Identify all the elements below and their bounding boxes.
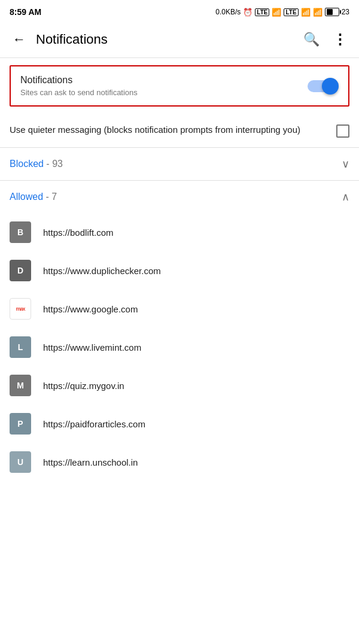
toggle-thumb: [322, 78, 339, 95]
battery-level: 23: [342, 8, 349, 16]
site-favicon: B: [10, 221, 31, 243]
blocked-chevron-icon: ∨: [342, 157, 349, 171]
allowed-sites-list: Bhttps://bodlift.comDhttps://www.duplich…: [0, 213, 359, 481]
app-bar: ← Notifications 🔍 ⋮: [0, 22, 359, 57]
blocked-section-label: Blocked - 93: [10, 159, 63, 169]
notifications-toggle-title: Notifications: [20, 75, 138, 86]
site-url: https://www.duplichecker.com: [43, 266, 161, 276]
site-list-item[interactable]: maxhttps://www.google.com: [0, 290, 359, 328]
notifications-toggle[interactable]: [308, 77, 339, 95]
site-url: https://quiz.mygov.in: [43, 381, 124, 391]
signal2-icon: 📶: [301, 8, 311, 17]
allowed-section-label: Allowed - 7: [10, 192, 57, 202]
site-list-item[interactable]: Bhttps://bodlift.com: [0, 213, 359, 251]
search-icon: 🔍: [303, 32, 320, 47]
battery-icon: [325, 8, 339, 16]
search-button[interactable]: 🔍: [299, 28, 323, 51]
more-icon: ⋮: [333, 31, 347, 48]
site-favicon: L: [10, 336, 31, 358]
site-favicon: max: [10, 298, 31, 320]
speed-indicator: 0.0KB/s: [215, 8, 241, 16]
allowed-chevron-icon: ∧: [342, 190, 349, 203]
status-time: 8:59 AM: [10, 7, 41, 17]
site-url: https://www.google.com: [43, 304, 138, 314]
quieter-messaging-row[interactable]: Use quieter messaging (blocks notificati…: [0, 114, 359, 147]
lte1-icon: LTE: [255, 8, 269, 16]
status-icons: 0.0KB/s ⏰ LTE 📶 LTE 📶 📶 23: [215, 8, 349, 17]
quieter-messaging-label: Use quieter messaging (blocks notificati…: [10, 123, 327, 136]
notifications-toggle-text: Notifications Sites can ask to send noti…: [20, 75, 138, 97]
more-options-button[interactable]: ⋮: [328, 28, 352, 51]
site-url: https://www.livemint.com: [43, 342, 141, 353]
notifications-toggle-subtitle: Sites can ask to send notifications: [20, 88, 138, 97]
site-favicon: P: [10, 413, 31, 435]
signal1-icon: 📶: [272, 8, 281, 17]
site-url: https://learn.unschool.in: [43, 457, 138, 467]
wifi-icon: 📶: [313, 8, 323, 17]
lte2-icon: LTE: [284, 8, 298, 16]
site-favicon: M: [10, 375, 31, 396]
site-list-item[interactable]: Lhttps://www.livemint.com: [0, 328, 359, 366]
top-divider: [0, 57, 359, 58]
blocked-section-header[interactable]: Blocked - 93 ∨: [0, 147, 359, 180]
site-list-item[interactable]: Mhttps://quiz.mygov.in: [0, 366, 359, 405]
back-button[interactable]: ←: [7, 28, 31, 51]
status-bar: 8:59 AM 0.0KB/s ⏰ LTE 📶 LTE 📶 📶 23: [0, 0, 359, 22]
site-favicon: U: [10, 451, 31, 473]
site-list-item[interactable]: Dhttps://www.duplichecker.com: [0, 251, 359, 290]
alarm-icon: ⏰: [243, 8, 252, 17]
app-bar-actions: 🔍 ⋮: [299, 28, 352, 51]
quieter-messaging-checkbox[interactable]: [336, 124, 349, 138]
site-url: https://paidforarticles.com: [43, 419, 145, 429]
allowed-section-header[interactable]: Allowed - 7 ∧: [0, 180, 359, 213]
notifications-toggle-section[interactable]: Notifications Sites can ask to send noti…: [10, 65, 349, 107]
site-list-item[interactable]: Phttps://paidforarticles.com: [0, 405, 359, 443]
site-url: https://bodlift.com: [43, 227, 114, 238]
back-arrow-icon: ←: [13, 32, 26, 47]
page-title: Notifications: [36, 32, 299, 47]
site-list-item[interactable]: Uhttps://learn.unschool.in: [0, 443, 359, 481]
site-favicon: D: [10, 260, 31, 281]
